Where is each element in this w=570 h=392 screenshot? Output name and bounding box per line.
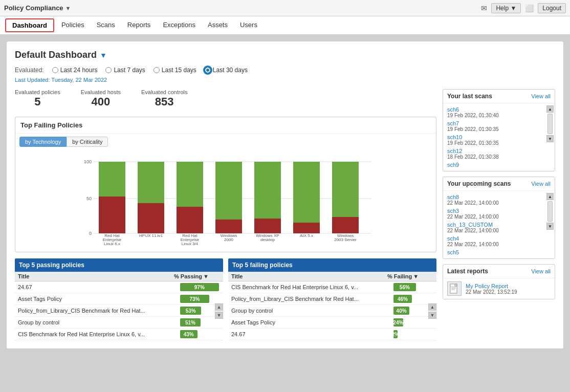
last-scans-scroll-up[interactable]: ▲ bbox=[546, 105, 554, 113]
failing-scroll-up[interactable]: ▲ bbox=[428, 303, 436, 311]
nav-bar: Dashboard Policies Scans Reports Excepti… bbox=[0, 16, 570, 35]
passing-col-pct[interactable]: % Passing ▼ bbox=[174, 273, 220, 279]
passing-table-header: Top 5 passing policies bbox=[15, 258, 223, 272]
svg-text:Linux 6.x: Linux 6.x bbox=[104, 242, 120, 246]
svg-text:Linux 3/4: Linux 3/4 bbox=[182, 242, 199, 246]
failing-row-title-4: 24.67 bbox=[231, 331, 393, 337]
logout-button[interactable]: Logout bbox=[538, 3, 566, 13]
nav-item-users[interactable]: Users bbox=[234, 16, 264, 34]
svg-rect-39 bbox=[455, 284, 457, 286]
radio-15d[interactable]: Last 15 days bbox=[154, 67, 196, 74]
passing-row-title-2: Policy_from_Library_CIS Benchmark for Re… bbox=[18, 308, 180, 314]
upcoming-scans-scroll-down[interactable]: ▼ bbox=[546, 223, 554, 230]
help-button[interactable]: Help ▼ bbox=[491, 3, 521, 13]
last-scan-3: sch12 18 Feb 2022, 01:30:38 bbox=[447, 147, 544, 161]
nav-item-scans[interactable]: Scans bbox=[91, 16, 121, 34]
failing-row-title-0: CIS Benchmark for Red Hat Enterprise Lin… bbox=[231, 284, 393, 290]
last-scan-name-3[interactable]: sch12 bbox=[447, 148, 544, 154]
passing-col-title: Title bbox=[18, 273, 174, 279]
stat-eval-policies: Evaluated policies 5 bbox=[15, 89, 60, 108]
passing-scroll-down[interactable]: ▼ bbox=[215, 312, 223, 319]
failing-scroll-arrows: ▲ ▼ bbox=[428, 303, 436, 319]
last-scan-name-1[interactable]: sch7 bbox=[447, 120, 544, 126]
failing-bar-2: 40% bbox=[393, 307, 409, 315]
svg-text:2003 Server: 2003 Server bbox=[334, 237, 357, 242]
last-updated-date: Tuesday, 22 Mar 2022 bbox=[51, 77, 107, 83]
failing-row-3: Asset Tags Policy 24% bbox=[228, 317, 436, 329]
last-scan-name-4[interactable]: sch9 bbox=[447, 162, 544, 168]
svg-text:0: 0 bbox=[89, 231, 92, 236]
upcoming-scans-view-all[interactable]: View all bbox=[531, 181, 551, 187]
upcoming-scans-section: Your upcoming scans View all sch8 22 Mar… bbox=[443, 177, 555, 259]
failing-col-pct[interactable]: % Failing ▼ bbox=[387, 273, 433, 279]
passing-scroll-up[interactable]: ▲ bbox=[215, 303, 223, 311]
upcoming-scans-scrollbar: ▲ ▼ bbox=[546, 193, 554, 230]
upcoming-scan-name-4[interactable]: sch5 bbox=[447, 249, 544, 255]
passing-row-1: Asset Tags Policy 73% bbox=[15, 293, 223, 305]
passing-scroll-wrap: 24.67 97% Asset Tags Policy 73% bbox=[15, 281, 223, 340]
last-scan-name-2[interactable]: sch10 bbox=[447, 134, 544, 140]
nav-item-dashboard[interactable]: Dashboard bbox=[5, 18, 54, 32]
dashboard-dropdown-icon[interactable]: ▼ bbox=[100, 51, 107, 59]
failing-scroll-wrap: CIS Benchmark for Red Hat Enterprise Lin… bbox=[228, 281, 436, 340]
upcoming-scan-name-3[interactable]: sch4 bbox=[447, 235, 544, 242]
failing-row-title-2: Group by control bbox=[231, 308, 393, 314]
nav-item-assets[interactable]: Assets bbox=[202, 16, 234, 34]
report-name-0[interactable]: My Policy Report bbox=[466, 283, 517, 289]
last-scans-scrolltrack bbox=[547, 114, 553, 134]
radio-30d[interactable]: Last 30 days bbox=[205, 67, 248, 74]
last-scan-0: sch6 19 Feb 2022, 01:30:40 bbox=[447, 105, 544, 119]
passing-row-title-1: Asset Tags Policy bbox=[18, 296, 180, 302]
nav-item-reports[interactable]: Reports bbox=[121, 16, 157, 34]
last-scans-scroll-down[interactable]: ▼ bbox=[546, 135, 554, 142]
chart-area: 100 50 0 bbox=[15, 150, 436, 252]
nav-item-exceptions[interactable]: Exceptions bbox=[157, 16, 202, 34]
tab-by-technology[interactable]: by Technology bbox=[19, 137, 67, 147]
radio-circle-7d bbox=[105, 67, 112, 73]
failing-col-header: Title % Failing ▼ bbox=[228, 272, 436, 281]
stat-label-policies: Evaluated policies bbox=[15, 89, 60, 95]
passing-row-title-4: CIS Benchmark for Red Hat Enterprise Lin… bbox=[18, 331, 180, 337]
last-scan-1: sch7 19 Feb 2022, 01:30:35 bbox=[447, 119, 544, 133]
expand-icon[interactable]: ⬜ bbox=[525, 4, 534, 12]
upcoming-scan-name-0[interactable]: sch8 bbox=[447, 194, 544, 200]
tab-by-criticality[interactable]: by Criticality bbox=[67, 137, 108, 147]
stat-eval-controls: Evaluated controls 853 bbox=[141, 89, 188, 108]
top-bar-right: ✉ Help ▼ ⬜ Logout bbox=[481, 3, 566, 13]
upcoming-scan-name-2[interactable]: sch_13_CUSTOM bbox=[447, 222, 544, 228]
svg-text:desktop: desktop bbox=[260, 237, 275, 242]
last-scans-view-all[interactable]: View all bbox=[531, 93, 551, 99]
svg-rect-16 bbox=[293, 223, 320, 233]
radio-label-30d: Last 30 days bbox=[213, 67, 248, 74]
passing-bar-4: 43% bbox=[180, 330, 198, 338]
stat-value-hosts: 400 bbox=[81, 95, 121, 108]
passing-pct-4: 43% bbox=[180, 330, 220, 338]
last-scans-title: Your last scans bbox=[447, 93, 492, 100]
latest-reports-view-all[interactable]: View all bbox=[531, 268, 551, 274]
app-dropdown-icon[interactable]: ▼ bbox=[65, 5, 71, 11]
failing-row-1: Policy_from_Library_CIS Benchmark for Re… bbox=[228, 293, 436, 305]
upcoming-scan-3: sch4 22 Mar 2022, 14:00:00 bbox=[447, 234, 544, 248]
latest-reports-header: Latest reports View all bbox=[443, 265, 555, 278]
passing-row-4: CIS Benchmark for Red Hat Enterprise Lin… bbox=[15, 329, 223, 340]
upcoming-scans-scroll-up[interactable]: ▲ bbox=[546, 193, 554, 200]
top-failing-title: Top Failing Policies bbox=[15, 117, 436, 134]
svg-rect-10 bbox=[177, 207, 203, 233]
mail-icon[interactable]: ✉ bbox=[481, 4, 487, 12]
failing-scroll-down[interactable]: ▼ bbox=[428, 312, 436, 319]
upcoming-scan-date-1: 22 Mar 2022, 14:00:00 bbox=[447, 214, 544, 220]
passing-col-header: Title % Passing ▼ bbox=[15, 272, 223, 281]
last-scan-name-0[interactable]: sch6 bbox=[447, 106, 544, 113]
svg-rect-6 bbox=[99, 197, 125, 233]
radio-24h[interactable]: Last 24 hours bbox=[52, 67, 98, 74]
last-scan-date-2: 19 Feb 2022, 01:30:35 bbox=[447, 140, 544, 146]
radio-7d[interactable]: Last 7 days bbox=[105, 67, 145, 74]
passing-bar-3: 51% bbox=[180, 318, 201, 326]
failing-pct-3: 24% bbox=[393, 318, 433, 326]
passing-row-3: Group by control 51% bbox=[15, 317, 223, 329]
upcoming-scans-scrolltrack bbox=[547, 201, 553, 222]
failing-table-header: Top 5 failing policies bbox=[228, 258, 436, 272]
nav-item-policies[interactable]: Policies bbox=[55, 16, 91, 34]
upcoming-scan-1: sch3 22 Mar 2022, 14:00:00 bbox=[447, 207, 544, 221]
upcoming-scan-name-1[interactable]: sch3 bbox=[447, 208, 544, 214]
